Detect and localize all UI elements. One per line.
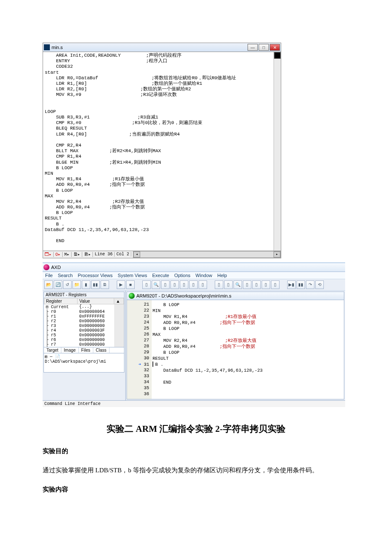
reg-name: ├ r7 — [44, 342, 78, 347]
menu-file[interactable]: File — [45, 273, 53, 278]
axd-icon — [43, 264, 49, 270]
editor-code[interactable]: AREA Init,CODE,READONLY ;声明代码段程序 ENTRY ;… — [43, 52, 281, 251]
menu-window[interactable]: Window — [196, 273, 212, 278]
line-number: 30 — [128, 356, 149, 361]
vscroll[interactable] — [274, 52, 281, 251]
reg-scroll-cell — [114, 304, 124, 309]
reg-scroll-cell — [114, 342, 124, 347]
menu-help[interactable]: Help — [217, 273, 227, 278]
code-line: B LOOP — [153, 350, 262, 356]
register-row[interactable]: ├ r70x00000000 — [44, 342, 124, 347]
status-line: Line 36 — [93, 252, 115, 257]
status-btn1[interactable]: 🗖▸ — [43, 252, 54, 257]
register-row[interactable]: ├ r50x00000000 — [44, 333, 124, 338]
tb-v5-icon[interactable]: ▯ — [180, 280, 188, 289]
source-body[interactable]: 21222324252627282930➔ 313233343536 B LOO… — [127, 300, 344, 399]
doc-purpose: 通过实验掌握使用 LDB/STB，b 等指令完成较为复杂的存储区访问和程序分支，… — [43, 464, 349, 477]
reg-name: ├ r3 — [44, 324, 78, 328]
menu-procviews[interactable]: Processor Views — [78, 273, 113, 278]
minimize-button[interactable]: — — [248, 44, 258, 51]
menu-search[interactable]: Search — [58, 273, 73, 278]
tb-s7-icon[interactable]: ▯ — [271, 280, 280, 289]
tab-target[interactable]: Target — [44, 347, 61, 353]
tb-s4-icon[interactable]: ▯ — [243, 280, 251, 289]
doc-h-purpose: 实验目的 — [43, 445, 349, 457]
reg-col-name[interactable]: Register — [44, 298, 78, 304]
tb-step2-icon[interactable]: ▮▮ — [297, 280, 305, 289]
line-number: 35 — [128, 385, 149, 391]
register-row[interactable]: ├ r00x00008064 — [44, 309, 124, 314]
reg-name: ├ r6 — [44, 338, 78, 342]
status-btn3[interactable]: M▸ — [63, 252, 72, 257]
tb-folder-icon[interactable]: 📁 — [72, 280, 81, 289]
cli-label: Command Line Interface — [44, 402, 101, 406]
code-line: END — [153, 379, 262, 385]
editor-titlebar[interactable]: min.s — □ ✕ — [43, 43, 281, 52]
tb-s3-icon[interactable]: 🔍 — [233, 280, 242, 289]
document-text: 实验二 ARM 汇编指令实验 2-字符串拷贝实验 实验目的 通过实验掌握使用 L… — [43, 420, 349, 496]
axd-titlebar[interactable]: AXD — [43, 263, 345, 272]
tb-loadimg-icon[interactable]: ↺ — [63, 280, 72, 289]
code-line: B LOOP — [153, 326, 262, 332]
file-tree[interactable]: ⊞ ─ 📄 D:\ADS\workspace\proj\mi — [43, 353, 124, 373]
tb-open-icon[interactable]: 📂 — [44, 280, 53, 289]
cli-panel[interactable]: Command Line Interface — [43, 400, 345, 407]
reg-value: 0x00000000 — [78, 342, 114, 347]
window-buttons: — □ ✕ — [248, 44, 280, 51]
tb-s1-icon[interactable]: ▯ — [215, 280, 223, 289]
scroll-left-icon[interactable]: ◂ — [133, 251, 140, 257]
tb-b3-icon[interactable]: 🗎 — [101, 280, 109, 289]
reg-name: ├ r2 — [44, 319, 78, 324]
right-pane: ARM920T - D:\ADS\workspace\proj\min\min.… — [126, 291, 345, 400]
reg-scroll[interactable]: ▲ — [114, 298, 124, 304]
tb-step3-icon[interactable]: ↷ — [306, 280, 314, 289]
tb-s6-icon[interactable]: ▯ — [262, 280, 270, 289]
tb-v3-icon[interactable]: ▯ — [161, 280, 170, 289]
close-button[interactable]: ✕ — [270, 44, 280, 51]
register-row[interactable]: ├ r60x00000000 — [44, 338, 124, 342]
hscroll[interactable]: ◂ ▸ — [133, 251, 281, 258]
tb-v7-icon[interactable]: ▯ — [199, 280, 207, 289]
register-row[interactable]: ├ r40x0000003F — [44, 328, 124, 333]
registers-panel: ARM920T - Registers Register Value ▲ ⊟ C… — [43, 292, 124, 347]
tb-v6-icon[interactable]: ▯ — [189, 280, 198, 289]
tab-files[interactable]: Files — [79, 347, 93, 353]
scroll-thumb[interactable] — [274, 52, 281, 59]
menu-sysviews[interactable]: System Views — [118, 273, 147, 278]
tb-s5-icon[interactable]: ▯ — [252, 280, 261, 289]
menu-options[interactable]: Options — [174, 273, 190, 278]
tb-run-icon[interactable]: ▶ — [117, 280, 125, 289]
register-row[interactable]: ⊟ Current{...} — [44, 304, 124, 309]
tb-step4-icon[interactable]: ⟲ — [315, 280, 324, 289]
left-pane: ARM920T - Registers Register Value ▲ ⊟ C… — [43, 291, 126, 400]
reg-value: {...} — [78, 304, 114, 309]
tb-step1-icon[interactable]: ▶▮ — [287, 280, 296, 289]
reg-col-value[interactable]: Value — [78, 298, 114, 304]
tab-image[interactable]: Image — [61, 347, 79, 353]
tb-b1-icon[interactable]: ▮ — [82, 280, 90, 289]
register-row[interactable]: ├ r30x00000000 — [44, 324, 124, 328]
tb-s2-icon[interactable]: ▯ — [224, 280, 233, 289]
source-tab[interactable]: ARM920T - D:\ADS\workspace\proj\min\min.… — [127, 292, 344, 300]
code-line — [153, 385, 262, 391]
line-number: 24 — [128, 320, 149, 326]
maximize-button[interactable]: □ — [259, 44, 269, 51]
scroll-right-icon[interactable]: ▸ — [274, 251, 280, 257]
status-btn2[interactable]: O▸ — [54, 252, 63, 257]
source-code[interactable]: B LOOPMIN MOV R1,R4 ;R1存放最小值 ADD R0,R0,#… — [152, 300, 263, 399]
tree-item[interactable]: ⊞ ─ 📄 D:\ADS\workspace\proj\mi — [45, 355, 106, 364]
tb-b2-icon[interactable]: ▮▮ — [91, 280, 100, 289]
line-number: 27 — [128, 338, 149, 344]
tb-v1-icon[interactable]: ▯ — [142, 280, 151, 289]
register-row[interactable]: ├ r20x00000060 — [44, 319, 124, 324]
status-btn5[interactable]: 🖹▸ — [82, 252, 93, 257]
tb-v2-icon[interactable]: 🔍 — [152, 280, 160, 289]
tb-reload-icon[interactable]: 🔄 — [54, 280, 62, 289]
tb-v4-icon[interactable]: ▯ — [170, 280, 179, 289]
tab-class[interactable]: Class — [93, 347, 110, 353]
tb-stop-icon[interactable]: ■ — [126, 280, 135, 289]
status-btn4[interactable]: 🖺▸ — [72, 252, 82, 257]
code-line: ADD R0,R0,#4 ;指向下一个数据 — [153, 320, 262, 326]
register-row[interactable]: ├ r10xFFFFFFFE — [44, 314, 124, 319]
menu-execute[interactable]: Execute — [152, 273, 169, 278]
